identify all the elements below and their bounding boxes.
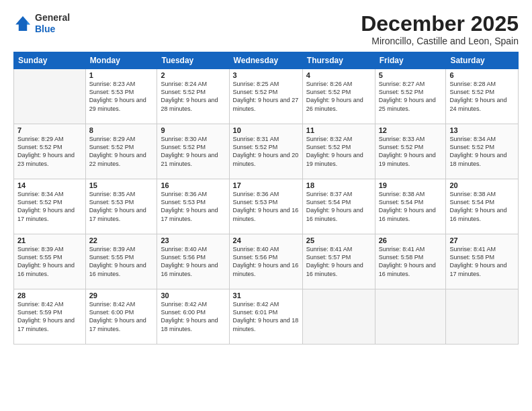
day-info: Sunrise: 8:42 AMSunset: 6:01 PMDaylight:… <box>233 300 299 333</box>
calendar-cell: 28Sunrise: 8:42 AMSunset: 5:59 PMDayligh… <box>14 289 86 345</box>
day-number: 14 <box>17 181 82 189</box>
day-number: 31 <box>233 291 299 300</box>
calendar-cell: 18Sunrise: 8:37 AMSunset: 5:54 PMDayligh… <box>302 179 375 234</box>
calendar-cell <box>375 289 446 345</box>
day-number: 9 <box>161 126 225 134</box>
main-title: December 2025 <box>361 12 519 36</box>
calendar-week-row: 28Sunrise: 8:42 AMSunset: 5:59 PMDayligh… <box>14 289 519 345</box>
day-info: Sunrise: 8:32 AMSunset: 5:52 PMDaylight:… <box>306 135 371 168</box>
logo-icon <box>13 14 32 33</box>
day-info: Sunrise: 8:39 AMSunset: 5:55 PMDaylight:… <box>89 245 154 278</box>
calendar-cell: 16Sunrise: 8:36 AMSunset: 5:53 PMDayligh… <box>157 179 229 234</box>
day-number: 24 <box>233 236 299 244</box>
calendar-week-row: 21Sunrise: 8:39 AMSunset: 5:55 PMDayligh… <box>14 234 519 289</box>
day-number: 3 <box>233 71 299 79</box>
calendar-week-row: 14Sunrise: 8:34 AMSunset: 5:52 PMDayligh… <box>14 179 519 234</box>
day-number: 12 <box>379 126 443 134</box>
day-number: 11 <box>306 126 371 134</box>
calendar-cell: 2Sunrise: 8:24 AMSunset: 5:52 PMDaylight… <box>157 69 229 124</box>
day-number: 7 <box>17 126 82 134</box>
calendar-cell: 19Sunrise: 8:38 AMSunset: 5:54 PMDayligh… <box>375 179 446 234</box>
calendar-cell: 15Sunrise: 8:35 AMSunset: 5:53 PMDayligh… <box>85 179 157 234</box>
day-number: 27 <box>449 236 515 244</box>
day-info: Sunrise: 8:41 AMSunset: 5:57 PMDaylight:… <box>306 245 371 278</box>
calendar-cell <box>446 289 519 345</box>
day-number: 29 <box>89 291 154 300</box>
day-info: Sunrise: 8:30 AMSunset: 5:52 PMDaylight:… <box>161 135 225 168</box>
day-number: 22 <box>89 236 154 244</box>
calendar-cell: 3Sunrise: 8:25 AMSunset: 5:52 PMDaylight… <box>229 69 302 124</box>
calendar-cell: 30Sunrise: 8:42 AMSunset: 6:00 PMDayligh… <box>157 289 229 345</box>
calendar-table: SundayMondayTuesdayWednesdayThursdayFrid… <box>13 52 519 345</box>
weekday-header: Saturday <box>446 52 519 69</box>
day-number: 8 <box>89 126 154 134</box>
day-info: Sunrise: 8:24 AMSunset: 5:52 PMDaylight:… <box>161 80 225 113</box>
day-info: Sunrise: 8:23 AMSunset: 5:53 PMDaylight:… <box>89 80 154 113</box>
weekday-header: Sunday <box>14 52 86 69</box>
day-number: 20 <box>449 181 515 189</box>
weekday-header: Thursday <box>302 52 375 69</box>
day-info: Sunrise: 8:42 AMSunset: 5:59 PMDaylight:… <box>17 300 82 333</box>
day-info: Sunrise: 8:33 AMSunset: 5:52 PMDaylight:… <box>379 135 443 168</box>
calendar-cell: 8Sunrise: 8:29 AMSunset: 5:52 PMDaylight… <box>85 124 157 179</box>
day-info: Sunrise: 8:28 AMSunset: 5:52 PMDaylight:… <box>449 80 515 113</box>
day-number: 13 <box>449 126 515 134</box>
day-info: Sunrise: 8:40 AMSunset: 5:56 PMDaylight:… <box>233 245 299 278</box>
day-number: 17 <box>233 181 299 189</box>
calendar-week-row: 7Sunrise: 8:29 AMSunset: 5:52 PMDaylight… <box>14 124 519 179</box>
day-info: Sunrise: 8:39 AMSunset: 5:55 PMDaylight:… <box>17 245 82 278</box>
day-info: Sunrise: 8:36 AMSunset: 5:53 PMDaylight:… <box>233 190 299 223</box>
day-number: 25 <box>306 236 371 244</box>
calendar-cell: 6Sunrise: 8:28 AMSunset: 5:52 PMDaylight… <box>446 69 519 124</box>
calendar-cell: 22Sunrise: 8:39 AMSunset: 5:55 PMDayligh… <box>85 234 157 289</box>
weekday-header: Friday <box>375 52 446 69</box>
header: General Blue December 2025 Mironcillo, C… <box>13 12 519 46</box>
day-info: Sunrise: 8:29 AMSunset: 5:52 PMDaylight:… <box>17 135 82 168</box>
calendar-cell <box>14 69 86 124</box>
calendar-header-row: SundayMondayTuesdayWednesdayThursdayFrid… <box>14 52 519 69</box>
calendar-cell: 17Sunrise: 8:36 AMSunset: 5:53 PMDayligh… <box>229 179 302 234</box>
day-number: 18 <box>306 181 371 189</box>
calendar-cell: 10Sunrise: 8:31 AMSunset: 5:52 PMDayligh… <box>229 124 302 179</box>
logo-blue: Blue <box>35 24 70 35</box>
day-number: 19 <box>379 181 443 189</box>
calendar-cell: 25Sunrise: 8:41 AMSunset: 5:57 PMDayligh… <box>302 234 375 289</box>
calendar-cell: 7Sunrise: 8:29 AMSunset: 5:52 PMDaylight… <box>14 124 86 179</box>
weekday-header: Tuesday <box>157 52 229 69</box>
weekday-header: Wednesday <box>229 52 302 69</box>
page: General Blue December 2025 Mironcillo, C… <box>0 0 532 411</box>
day-info: Sunrise: 8:31 AMSunset: 5:52 PMDaylight:… <box>233 135 299 168</box>
day-number: 30 <box>161 291 225 300</box>
weekday-header: Monday <box>85 52 157 69</box>
day-info: Sunrise: 8:34 AMSunset: 5:52 PMDaylight:… <box>17 190 82 223</box>
day-info: Sunrise: 8:34 AMSunset: 5:52 PMDaylight:… <box>449 135 515 168</box>
day-info: Sunrise: 8:36 AMSunset: 5:53 PMDaylight:… <box>161 190 225 223</box>
calendar-cell: 13Sunrise: 8:34 AMSunset: 5:52 PMDayligh… <box>446 124 519 179</box>
day-info: Sunrise: 8:26 AMSunset: 5:52 PMDaylight:… <box>306 80 371 113</box>
calendar-week-row: 1Sunrise: 8:23 AMSunset: 5:53 PMDaylight… <box>14 69 519 124</box>
day-info: Sunrise: 8:37 AMSunset: 5:54 PMDaylight:… <box>306 190 371 223</box>
day-info: Sunrise: 8:38 AMSunset: 5:54 PMDaylight:… <box>379 190 443 223</box>
day-number: 26 <box>379 236 443 244</box>
day-number: 2 <box>161 71 225 79</box>
calendar-cell: 21Sunrise: 8:39 AMSunset: 5:55 PMDayligh… <box>14 234 86 289</box>
day-info: Sunrise: 8:42 AMSunset: 6:00 PMDaylight:… <box>161 300 225 333</box>
day-info: Sunrise: 8:41 AMSunset: 5:58 PMDaylight:… <box>449 245 515 278</box>
day-number: 23 <box>161 236 225 244</box>
logo-general: General <box>35 12 70 24</box>
calendar-cell: 24Sunrise: 8:40 AMSunset: 5:56 PMDayligh… <box>229 234 302 289</box>
title-block: December 2025 Mironcillo, Castille and L… <box>361 12 519 46</box>
calendar-cell: 31Sunrise: 8:42 AMSunset: 6:01 PMDayligh… <box>229 289 302 345</box>
day-info: Sunrise: 8:29 AMSunset: 5:52 PMDaylight:… <box>89 135 154 168</box>
day-info: Sunrise: 8:41 AMSunset: 5:58 PMDaylight:… <box>379 245 443 278</box>
calendar-cell: 5Sunrise: 8:27 AMSunset: 5:52 PMDaylight… <box>375 69 446 124</box>
calendar-cell: 9Sunrise: 8:30 AMSunset: 5:52 PMDaylight… <box>157 124 229 179</box>
calendar-cell: 29Sunrise: 8:42 AMSunset: 6:00 PMDayligh… <box>85 289 157 345</box>
day-info: Sunrise: 8:42 AMSunset: 6:00 PMDaylight:… <box>89 300 154 333</box>
calendar-cell: 20Sunrise: 8:38 AMSunset: 5:54 PMDayligh… <box>446 179 519 234</box>
day-number: 15 <box>89 181 154 189</box>
day-number: 6 <box>449 71 515 79</box>
day-info: Sunrise: 8:38 AMSunset: 5:54 PMDaylight:… <box>449 190 515 223</box>
calendar-cell <box>302 289 375 345</box>
calendar-cell: 27Sunrise: 8:41 AMSunset: 5:58 PMDayligh… <box>446 234 519 289</box>
